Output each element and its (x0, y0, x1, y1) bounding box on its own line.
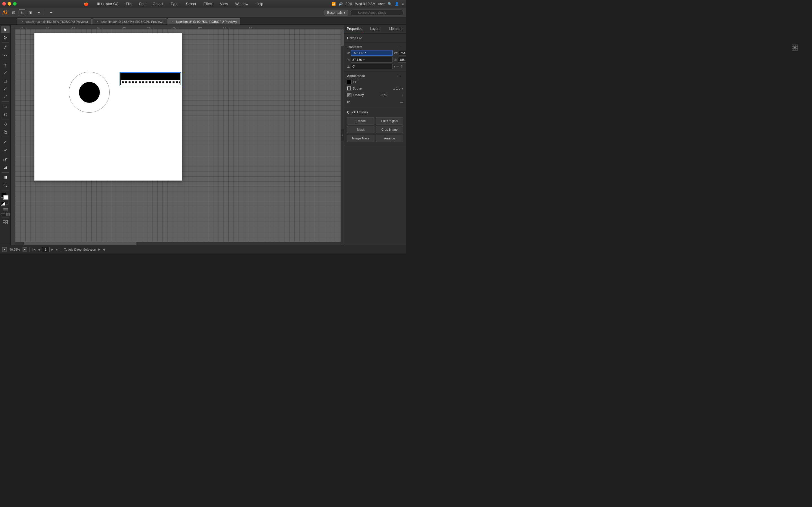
prev-page-btn[interactable]: ◄ (37, 247, 41, 251)
scrollbar-thumb-v[interactable] (341, 29, 344, 46)
w-label: W: (394, 51, 398, 55)
canvas-scrollbar-horizontal[interactable] (15, 242, 341, 245)
gradient-tool[interactable] (1, 174, 10, 181)
embed-button[interactable]: Embed (347, 117, 374, 124)
fill-swatch[interactable] (347, 80, 352, 84)
selection-tool[interactable] (1, 26, 10, 33)
first-page-btn[interactable]: |◄ (32, 247, 36, 251)
filmstrip-bottom (120, 79, 181, 86)
minimize-button[interactable] (8, 2, 11, 6)
scale-tool[interactable] (1, 128, 10, 136)
tab-layers[interactable]: Layers (365, 25, 386, 33)
h-input[interactable] (398, 57, 406, 62)
tab-0[interactable]: ✕ laserfilm.ai* @ 152.55% (RGB/GPU Previ… (17, 18, 92, 24)
angle-input[interactable] (351, 64, 393, 69)
essentials-button[interactable]: Essentials ▾ (324, 10, 348, 15)
pencil-tool[interactable] (1, 93, 10, 100)
quick-actions-title: Quick Actions (347, 110, 368, 114)
menu-object[interactable]: Object (152, 1, 165, 6)
w-input[interactable] (399, 50, 406, 56)
canvas-scroll-area[interactable] (15, 29, 344, 245)
mask-button[interactable]: Mask (347, 126, 374, 133)
close-button[interactable] (2, 2, 6, 6)
screen-mode-2-icon[interactable] (6, 213, 10, 216)
crop-image-button[interactable]: Crop Image (376, 126, 403, 133)
artboard-tool-icon[interactable]: St (18, 9, 26, 16)
shape-builder-tool[interactable] (1, 156, 10, 163)
circle-outer-element[interactable] (69, 72, 110, 113)
curvature-tool[interactable] (1, 52, 10, 59)
screen-mode-icon[interactable] (1, 213, 5, 216)
line-tool[interactable] (1, 69, 10, 76)
stroke-swatch[interactable] (347, 87, 351, 91)
next-page-btn[interactable]: ► (51, 247, 54, 251)
maximize-button[interactable] (13, 2, 17, 6)
angle-dropdown-icon[interactable]: ▾ (394, 65, 395, 68)
paint-brush-icon[interactable]: ✦ (48, 9, 54, 16)
tab-close-0[interactable]: ✕ (20, 20, 24, 23)
menu-view[interactable]: View (219, 1, 229, 6)
apple-menu[interactable]: 🍎 (84, 2, 89, 6)
stroke-dropdown-icon[interactable]: ▾ (402, 87, 403, 90)
graph-tool[interactable] (1, 164, 10, 171)
pen-tool[interactable] (1, 44, 10, 51)
none-color-icon[interactable] (6, 202, 8, 205)
page-input[interactable] (42, 247, 50, 252)
tab-close-2[interactable]: ✕ (171, 20, 174, 23)
tab-properties[interactable]: Properties (344, 25, 365, 33)
type-tool[interactable]: T (1, 61, 10, 69)
menu-illustrator[interactable]: Illustrator CC (96, 1, 119, 6)
menu-window[interactable]: Window (234, 1, 249, 6)
menu-file[interactable]: File (124, 1, 133, 6)
tab-2[interactable]: ✕ laserfilm.ai* @ 90.75% (RGB/GPU Previe… (167, 18, 241, 24)
artboards-panel-icon[interactable] (1, 219, 10, 226)
opacity-expand-icon[interactable]: › (402, 94, 403, 97)
toggle-back-icon[interactable]: ◀ (103, 247, 105, 251)
transform-tool-icon[interactable]: ⊡ (10, 9, 17, 16)
swap-colors-icon[interactable] (1, 202, 5, 206)
panel-collapse-arrow[interactable]: › (341, 129, 344, 140)
rectangle-tool[interactable] (1, 77, 10, 84)
stock-search-input[interactable] (350, 10, 404, 16)
flip-h-icon[interactable]: ⇔ (396, 64, 399, 68)
eyedropper-tool[interactable] (1, 146, 10, 154)
zoom-out-button[interactable]: ◄ (2, 247, 7, 252)
tab-libraries[interactable]: Libraries (386, 25, 406, 33)
menu-select[interactable]: Select (185, 1, 197, 6)
paintbrush-tool[interactable] (1, 85, 10, 93)
arrange-button[interactable]: Arrange (376, 135, 403, 142)
warp-tool[interactable] (1, 138, 10, 146)
menu-effect[interactable]: Effect (202, 1, 214, 6)
stroke-up-arrow[interactable]: ▲ (393, 87, 396, 90)
fx-label[interactable]: fx (347, 100, 350, 104)
search-icon[interactable]: 🔍 (388, 2, 392, 6)
view-toggle-icon[interactable]: ▾ (36, 9, 42, 16)
eraser-tool[interactable] (1, 103, 10, 110)
menu-type[interactable]: Type (169, 1, 180, 6)
last-page-btn[interactable]: ►| (55, 247, 59, 251)
edit-original-button[interactable]: Edit Original (376, 117, 403, 124)
rotate-tool[interactable] (1, 121, 10, 128)
menu-help[interactable]: Help (255, 1, 264, 6)
x-input[interactable] (351, 50, 393, 56)
menu-edit[interactable]: Edit (138, 1, 146, 6)
transform-more-btn[interactable]: ··· (398, 45, 401, 49)
image-trace-button[interactable]: Image Trace (347, 135, 374, 142)
stroke-color-swatch[interactable] (3, 195, 8, 200)
y-input[interactable] (351, 57, 393, 62)
fx-more-btn[interactable]: ··· (400, 100, 403, 105)
tab-label-2: laserfilm.ai* @ 90.75% (RGB/GPU Preview) (176, 20, 237, 23)
tab-close-1[interactable]: ✕ (96, 20, 99, 23)
scrollbar-thumb-h[interactable] (24, 242, 137, 245)
scissors-tool[interactable] (1, 111, 10, 118)
color-mode-icon[interactable] (3, 208, 8, 212)
toggle-arrow-icon[interactable]: ▶ (98, 247, 100, 251)
view-mode-icon[interactable]: ▣ (27, 9, 34, 16)
flip-v-icon[interactable]: ⇕ (400, 64, 403, 68)
filmstrip-element[interactable] (120, 73, 181, 86)
appearance-more-btn[interactable]: ··· (398, 73, 401, 78)
zoom-tool[interactable] (1, 182, 10, 189)
direct-selection-tool[interactable] (1, 34, 10, 41)
zoom-in-button[interactable]: ► (22, 247, 27, 252)
tab-1[interactable]: ✕ laserfilm.ai* @ 138.47% (RGB/GPU Previ… (92, 18, 167, 24)
